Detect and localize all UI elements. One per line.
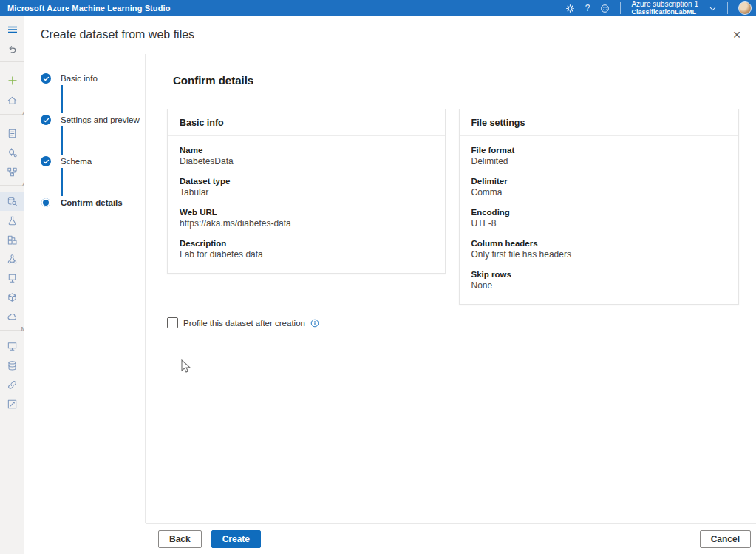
user-avatar[interactable] — [738, 1, 752, 15]
profile-dataset-row: Profile this dataset after creation — [167, 317, 756, 328]
topbar-divider — [620, 2, 621, 14]
step-settings-preview[interactable]: Settings and preview — [41, 115, 145, 125]
page-title: Confirm details — [146, 54, 756, 87]
step-label: Schema — [61, 157, 92, 166]
settings-gear-icon[interactable] — [565, 4, 575, 13]
step-connector — [61, 126, 63, 155]
step-connector — [61, 168, 63, 196]
field-encoding: Encoding UTF-8 — [471, 208, 727, 229]
step-label: Basic info — [61, 74, 98, 83]
workspace-name: ClassificationLabML — [631, 9, 698, 16]
left-nav-sidebar: A A M — [0, 16, 24, 554]
app-title: Microsoft Azure Machine Learning Studio — [0, 4, 170, 13]
pipelines-icon[interactable] — [0, 230, 24, 249]
topbar-controls: ? Azure subscription 1 ClassificationLab… — [565, 0, 756, 16]
close-icon[interactable]: ✕ — [729, 26, 744, 44]
profile-dataset-label: Profile this dataset after creation — [183, 319, 305, 328]
step-completed-check-icon — [41, 156, 51, 166]
field-skip-rows: Skip rows None — [471, 270, 727, 291]
wizard-steps-panel: Basic info Settings and preview Schema C… — [24, 54, 146, 523]
designer-icon[interactable] — [0, 162, 24, 181]
create-button[interactable]: Create — [211, 530, 261, 548]
create-dataset-dialog: Create dataset from web files ✕ Basic in… — [24, 16, 756, 554]
profile-dataset-checkbox[interactable] — [167, 317, 178, 328]
step-completed-check-icon — [41, 73, 51, 84]
compute-cube-icon[interactable] — [0, 288, 24, 307]
subscription-selector[interactable]: Azure subscription 1 ClassificationLabML — [631, 1, 698, 16]
top-app-bar: Microsoft Azure Machine Learning Studio … — [0, 0, 756, 16]
field-delimiter: Delimiter Comma — [471, 177, 727, 197]
field-file-format: File format Delimited — [471, 146, 727, 166]
hamburger-menu-icon[interactable] — [0, 20, 24, 39]
field-column-headers: Column headers Only first file has heade… — [471, 239, 727, 260]
step-current-dot-icon — [41, 198, 50, 207]
undo-back-icon[interactable] — [0, 39, 24, 58]
chevron-down-icon[interactable] — [709, 4, 717, 13]
feedback-smiley-icon[interactable] — [600, 4, 610, 13]
dialog-header: Create dataset from web files ✕ — [24, 16, 756, 53]
home-icon[interactable] — [0, 90, 24, 109]
linked-services-icon[interactable] — [0, 394, 24, 413]
nav-section-author: A — [0, 114, 24, 115]
confirm-details-content: Confirm details Basic info Name Diabetes… — [146, 54, 756, 523]
nav-section-manage: M — [0, 330, 24, 331]
back-button[interactable]: Back — [158, 530, 202, 548]
new-plus-icon[interactable] — [0, 71, 24, 90]
info-icon[interactable] — [310, 319, 319, 328]
datasets-icon-selected[interactable] — [0, 192, 24, 211]
step-schema[interactable]: Schema — [41, 156, 145, 166]
step-basic-info[interactable]: Basic info — [41, 73, 145, 84]
environments-cloud-icon[interactable] — [0, 307, 24, 326]
cancel-button[interactable]: Cancel — [700, 530, 751, 548]
endpoints-icon[interactable] — [0, 268, 24, 288]
step-completed-check-icon — [41, 115, 51, 125]
file-settings-card: File settings File format Delimited Deli… — [459, 109, 740, 305]
topbar-divider — [727, 2, 728, 14]
dialog-footer: Back Create Cancel — [146, 523, 756, 554]
step-confirm-details[interactable]: Confirm details — [41, 197, 145, 208]
field-description: Description Lab for diabetes data — [180, 239, 433, 260]
step-label: Confirm details — [61, 198, 123, 207]
card-title: Basic info — [168, 109, 445, 136]
help-icon[interactable]: ? — [585, 4, 590, 13]
step-connector — [61, 85, 63, 113]
compute-monitor-icon[interactable] — [0, 337, 24, 356]
nav-divider — [0, 61, 24, 62]
step-label: Settings and preview — [61, 115, 140, 124]
subscription-name: Azure subscription 1 — [631, 1, 698, 9]
automated-ml-icon[interactable] — [0, 143, 24, 162]
card-title: File settings — [460, 109, 739, 136]
nav-section-assets: A — [0, 185, 24, 186]
field-name: Name DiabetesData — [180, 146, 433, 166]
dialog-title: Create dataset from web files — [41, 28, 194, 41]
experiments-icon[interactable] — [0, 211, 24, 230]
basic-info-card: Basic info Name DiabetesData Dataset typ… — [167, 109, 446, 274]
data-labeling-link-icon[interactable] — [0, 375, 24, 394]
notebooks-icon[interactable] — [0, 124, 24, 143]
field-web-url: Web URL https://aka.ms/diabetes-data — [180, 208, 433, 229]
field-dataset-type: Dataset type Tabular — [180, 177, 433, 197]
models-icon[interactable] — [0, 249, 24, 268]
datastores-icon[interactable] — [0, 356, 24, 375]
